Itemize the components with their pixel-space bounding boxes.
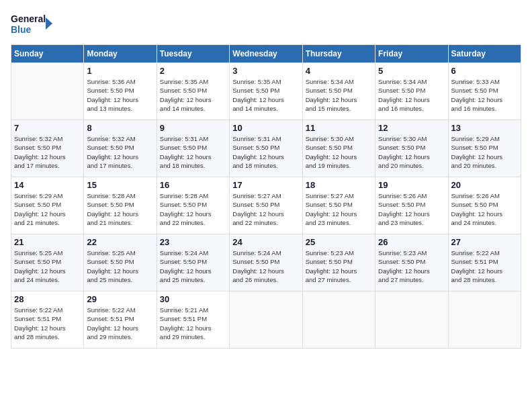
day-info: Sunrise: 5:35 AM Sunset: 5:50 PM Dayligh… [232, 77, 299, 113]
week-row-2: 7Sunrise: 5:32 AM Sunset: 5:50 PM Daylig… [11, 120, 521, 177]
day-info: Sunrise: 5:23 AM Sunset: 5:50 PM Dayligh… [378, 248, 445, 284]
calendar-cell: 27Sunrise: 5:22 AM Sunset: 5:51 PM Dayli… [448, 234, 521, 291]
weekday-header-monday: Monday [84, 45, 157, 63]
day-number: 12 [378, 123, 445, 133]
calendar-cell: 25Sunrise: 5:23 AM Sunset: 5:50 PM Dayli… [302, 234, 375, 291]
day-info: Sunrise: 5:23 AM Sunset: 5:50 PM Dayligh… [306, 248, 372, 284]
day-info: Sunrise: 5:30 AM Sunset: 5:50 PM Dayligh… [378, 134, 445, 170]
weekday-header-wednesday: Wednesday [230, 45, 302, 63]
day-number: 15 [87, 180, 153, 190]
calendar-cell [448, 291, 521, 349]
day-number: 28 [14, 294, 81, 304]
calendar-cell: 19Sunrise: 5:26 AM Sunset: 5:50 PM Dayli… [375, 177, 448, 234]
day-number: 26 [378, 237, 445, 247]
day-info: Sunrise: 5:29 AM Sunset: 5:50 PM Dayligh… [451, 134, 518, 170]
day-number: 30 [160, 294, 226, 304]
calendar-cell: 21Sunrise: 5:25 AM Sunset: 5:50 PM Dayli… [11, 234, 84, 291]
day-info: Sunrise: 5:25 AM Sunset: 5:50 PM Dayligh… [14, 248, 81, 284]
calendar-cell: 9Sunrise: 5:31 AM Sunset: 5:50 PM Daylig… [157, 120, 229, 177]
calendar-cell [375, 291, 448, 349]
day-number: 25 [306, 237, 372, 247]
calendar-cell: 18Sunrise: 5:27 AM Sunset: 5:50 PM Dayli… [302, 177, 375, 234]
day-info: Sunrise: 5:36 AM Sunset: 5:50 PM Dayligh… [87, 77, 153, 113]
day-number: 8 [87, 123, 153, 133]
day-info: Sunrise: 5:24 AM Sunset: 5:50 PM Dayligh… [232, 248, 299, 284]
day-number: 11 [306, 123, 372, 133]
calendar-cell: 12Sunrise: 5:30 AM Sunset: 5:50 PM Dayli… [375, 120, 448, 177]
calendar-cell [11, 63, 84, 120]
day-info: Sunrise: 5:34 AM Sunset: 5:50 PM Dayligh… [378, 77, 445, 113]
weekday-header-row: SundayMondayTuesdayWednesdayThursdayFrid… [11, 45, 521, 63]
day-info: Sunrise: 5:35 AM Sunset: 5:50 PM Dayligh… [160, 77, 226, 113]
calendar-cell: 20Sunrise: 5:26 AM Sunset: 5:50 PM Dayli… [448, 177, 521, 234]
calendar-cell: 8Sunrise: 5:32 AM Sunset: 5:50 PM Daylig… [84, 120, 157, 177]
calendar-cell: 24Sunrise: 5:24 AM Sunset: 5:50 PM Dayli… [230, 234, 302, 291]
day-number: 1 [87, 66, 153, 76]
weekday-header-tuesday: Tuesday [157, 45, 229, 63]
calendar-cell: 22Sunrise: 5:25 AM Sunset: 5:50 PM Dayli… [84, 234, 157, 291]
calendar-cell: 2Sunrise: 5:35 AM Sunset: 5:50 PM Daylig… [157, 63, 229, 120]
calendar-cell: 30Sunrise: 5:21 AM Sunset: 5:51 PM Dayli… [157, 291, 229, 349]
day-info: Sunrise: 5:24 AM Sunset: 5:50 PM Dayligh… [160, 248, 226, 284]
weekday-header-saturday: Saturday [448, 45, 521, 63]
calendar-cell: 6Sunrise: 5:33 AM Sunset: 5:50 PM Daylig… [448, 63, 521, 120]
page-header: GeneralBlue [11, 11, 521, 36]
day-info: Sunrise: 5:28 AM Sunset: 5:50 PM Dayligh… [87, 191, 153, 227]
day-number: 10 [232, 123, 299, 133]
day-number: 5 [378, 66, 445, 76]
calendar-cell: 23Sunrise: 5:24 AM Sunset: 5:50 PM Dayli… [157, 234, 229, 291]
day-info: Sunrise: 5:30 AM Sunset: 5:50 PM Dayligh… [306, 134, 372, 170]
day-number: 16 [160, 180, 226, 190]
day-info: Sunrise: 5:32 AM Sunset: 5:50 PM Dayligh… [14, 134, 81, 170]
calendar-cell: 4Sunrise: 5:34 AM Sunset: 5:50 PM Daylig… [302, 63, 375, 120]
svg-text:Blue: Blue [11, 24, 32, 35]
day-info: Sunrise: 5:27 AM Sunset: 5:50 PM Dayligh… [232, 191, 299, 227]
calendar-cell: 7Sunrise: 5:32 AM Sunset: 5:50 PM Daylig… [11, 120, 84, 177]
calendar-cell: 16Sunrise: 5:28 AM Sunset: 5:50 PM Dayli… [157, 177, 229, 234]
calendar-cell: 26Sunrise: 5:23 AM Sunset: 5:50 PM Dayli… [375, 234, 448, 291]
day-number: 19 [378, 180, 445, 190]
calendar-cell: 14Sunrise: 5:29 AM Sunset: 5:50 PM Dayli… [11, 177, 84, 234]
calendar-cell [230, 291, 302, 349]
day-info: Sunrise: 5:31 AM Sunset: 5:50 PM Dayligh… [232, 134, 299, 170]
day-number: 13 [451, 123, 518, 133]
week-row-1: 1Sunrise: 5:36 AM Sunset: 5:50 PM Daylig… [11, 63, 521, 120]
day-info: Sunrise: 5:34 AM Sunset: 5:50 PM Dayligh… [306, 77, 372, 113]
day-info: Sunrise: 5:27 AM Sunset: 5:50 PM Dayligh… [306, 191, 372, 227]
day-number: 18 [306, 180, 372, 190]
day-number: 22 [87, 237, 153, 247]
day-info: Sunrise: 5:32 AM Sunset: 5:50 PM Dayligh… [87, 134, 153, 170]
calendar-cell [302, 291, 375, 349]
day-number: 20 [451, 180, 518, 190]
week-row-4: 21Sunrise: 5:25 AM Sunset: 5:50 PM Dayli… [11, 234, 521, 291]
calendar-cell: 17Sunrise: 5:27 AM Sunset: 5:50 PM Dayli… [230, 177, 302, 234]
calendar-cell: 29Sunrise: 5:22 AM Sunset: 5:51 PM Dayli… [84, 291, 157, 349]
day-info: Sunrise: 5:22 AM Sunset: 5:51 PM Dayligh… [87, 306, 153, 341]
logo-svg: GeneralBlue [11, 11, 58, 36]
calendar-cell: 11Sunrise: 5:30 AM Sunset: 5:50 PM Dayli… [302, 120, 375, 177]
day-info: Sunrise: 5:26 AM Sunset: 5:50 PM Dayligh… [451, 191, 518, 227]
day-info: Sunrise: 5:28 AM Sunset: 5:50 PM Dayligh… [160, 191, 226, 227]
day-info: Sunrise: 5:22 AM Sunset: 5:51 PM Dayligh… [451, 248, 518, 284]
day-number: 2 [160, 66, 226, 76]
weekday-header-sunday: Sunday [11, 45, 84, 63]
svg-marker-2 [46, 17, 52, 30]
calendar-cell: 15Sunrise: 5:28 AM Sunset: 5:50 PM Dayli… [84, 177, 157, 234]
day-number: 14 [14, 180, 81, 190]
day-number: 23 [160, 237, 226, 247]
logo: GeneralBlue [11, 11, 58, 36]
day-info: Sunrise: 5:22 AM Sunset: 5:51 PM Dayligh… [14, 306, 81, 341]
calendar-cell: 28Sunrise: 5:22 AM Sunset: 5:51 PM Dayli… [11, 291, 84, 349]
day-number: 7 [14, 123, 81, 133]
day-info: Sunrise: 5:26 AM Sunset: 5:50 PM Dayligh… [378, 191, 445, 227]
svg-text:General: General [11, 13, 46, 24]
weekday-header-thursday: Thursday [302, 45, 375, 63]
calendar-cell: 13Sunrise: 5:29 AM Sunset: 5:50 PM Dayli… [448, 120, 521, 177]
day-number: 24 [232, 237, 299, 247]
calendar-cell: 5Sunrise: 5:34 AM Sunset: 5:50 PM Daylig… [375, 63, 448, 120]
day-number: 29 [87, 294, 153, 304]
day-number: 9 [160, 123, 226, 133]
day-info: Sunrise: 5:25 AM Sunset: 5:50 PM Dayligh… [87, 248, 153, 284]
weekday-header-friday: Friday [375, 45, 448, 63]
calendar-cell: 3Sunrise: 5:35 AM Sunset: 5:50 PM Daylig… [230, 63, 302, 120]
